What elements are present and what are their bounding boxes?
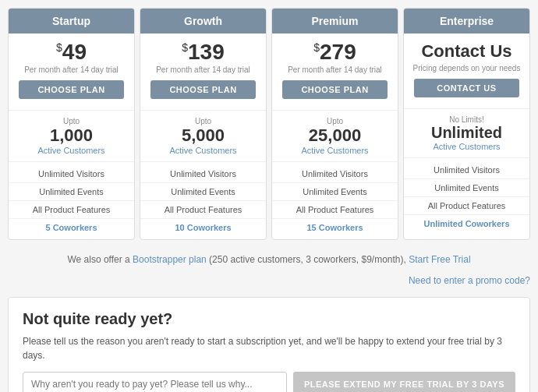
plan-coworkers-enterprise: Unlimited Coworkers: [404, 215, 529, 232]
plan-customers-startup: Upto1,000Active Customers: [9, 111, 134, 162]
extend-trial-button[interactable]: PLEASE EXTEND MY FREE TRIAL BY 3 DAYS: [293, 372, 515, 392]
plan-header-startup: Startup: [9, 9, 134, 34]
bootstrapper-text-middle: (250 active customers, 3 coworkers, $9/m…: [207, 254, 409, 265]
plan-header-premium: Premium: [272, 9, 398, 34]
plan-price-premium: $279: [277, 41, 393, 63]
start-free-trial-link[interactable]: Start Free Trial: [409, 254, 470, 265]
not-ready-form: PLEASE EXTEND MY FREE TRIAL BY 3 DAYS: [23, 372, 515, 392]
plan-customers-premium: Upto25,000Active Customers: [272, 111, 398, 162]
plan-card-startup: Startup$49Per month after 14 day trialCH…: [8, 8, 135, 240]
plan-header-enterprise: Enterprise: [404, 9, 529, 34]
plan-price-note-growth: Per month after 14 day trial: [145, 65, 261, 74]
plan-customers-type-enterprise: Active Customers: [407, 142, 526, 151]
plan-coworkers-startup: 5 Coworkers: [9, 219, 134, 236]
plan-features-premium: Unlimited VisitorsUnlimited EventsAll Pr…: [272, 162, 398, 239]
plan-price-section-growth: $139Per month after 14 day trialCHOOSE P…: [140, 34, 266, 111]
plan-no-limits-enterprise: No Limits!: [407, 115, 526, 124]
plan-feature-item: Unlimited Events: [272, 183, 398, 201]
bootstrapper-note: We also offer a Bootstrapper plan (250 a…: [8, 249, 530, 270]
plan-feature-item: All Product Features: [9, 201, 134, 219]
plan-price-growth: $139: [145, 41, 261, 63]
plan-feature-item: Unlimited Events: [404, 179, 529, 197]
plan-customers-label-startup: Upto: [12, 117, 131, 125]
plan-price-note-startup: Per month after 14 day trial: [13, 65, 129, 74]
plan-card-enterprise: EnterpriseContact UsPricing depends on y…: [403, 8, 530, 240]
plan-btn-growth[interactable]: CHOOSE PLAN: [150, 80, 255, 99]
plans-container: Startup$49Per month after 14 day trialCH…: [8, 8, 530, 240]
not-ready-section: Not quite ready yet? Please tell us the …: [8, 297, 530, 392]
plan-header-growth: Growth: [140, 9, 266, 34]
plan-customers-count-startup: 1,000: [12, 125, 131, 146]
plan-customers-count-growth: 5,000: [143, 125, 263, 146]
bootstrapper-text-before: We also offer a: [67, 254, 133, 265]
plan-price-section-enterprise: Contact UsPricing depends on your needsC…: [404, 34, 529, 109]
plan-price-startup: $49: [13, 41, 129, 63]
plan-price-note-premium: Per month after 14 day trial: [277, 65, 393, 74]
plan-feature-item: Unlimited Visitors: [140, 165, 266, 183]
plan-customers-type-growth: Active Customers: [143, 146, 263, 155]
plan-customers-label-growth: Upto: [143, 117, 263, 125]
plan-feature-item: All Product Features: [140, 201, 266, 219]
plan-features-startup: Unlimited VisitorsUnlimited EventsAll Pr…: [9, 162, 134, 239]
page-wrapper: Startup$49Per month after 14 day trialCH…: [0, 0, 538, 392]
plan-customers-growth: Upto5,000Active Customers: [140, 111, 266, 162]
plan-price-section-startup: $49Per month after 14 day trialCHOOSE PL…: [9, 34, 134, 111]
not-ready-title: Not quite ready yet?: [23, 310, 515, 328]
plan-card-premium: Premium$279Per month after 14 day trialC…: [271, 8, 398, 240]
plan-btn-enterprise[interactable]: CONTACT US: [414, 79, 519, 97]
promo-link[interactable]: Need to enter a promo code?: [409, 275, 530, 286]
plan-customers-enterprise: No Limits!UnlimitedActive Customers: [404, 109, 529, 158]
plan-feature-item: Unlimited Visitors: [9, 165, 134, 183]
plan-customers-type-startup: Active Customers: [12, 146, 131, 155]
plan-feature-item: Unlimited Events: [140, 183, 266, 201]
plan-feature-item: Unlimited Visitors: [272, 165, 398, 183]
plan-btn-startup[interactable]: CHOOSE PLAN: [19, 80, 123, 99]
bootstrapper-link[interactable]: Bootstrapper plan: [133, 254, 207, 265]
promo-link-container: Need to enter a promo code?: [8, 274, 530, 286]
plan-feature-item: All Product Features: [404, 197, 529, 215]
plan-card-growth: Growth$139Per month after 14 day trialCH…: [140, 8, 267, 240]
plan-feature-item: Unlimited Events: [9, 183, 134, 201]
plan-coworkers-premium: 15 Coworkers: [272, 219, 398, 236]
plan-feature-item: Unlimited Visitors: [404, 161, 529, 179]
plan-customers-type-premium: Active Customers: [275, 146, 395, 155]
plan-feature-item: All Product Features: [272, 201, 398, 219]
plan-features-growth: Unlimited VisitorsUnlimited EventsAll Pr…: [140, 162, 266, 239]
plan-customers-label-premium: Upto: [275, 117, 395, 125]
plan-price-section-premium: $279Per month after 14 day trialCHOOSE P…: [272, 34, 398, 111]
plan-features-enterprise: Unlimited VisitorsUnlimited EventsAll Pr…: [404, 158, 529, 235]
plan-contact-enterprise: Contact Us: [409, 41, 525, 62]
not-ready-description: Please tell us the reason you aren't rea…: [23, 334, 515, 362]
plan-customers-count-premium: 25,000: [275, 125, 395, 146]
plan-customers-count-enterprise: Unlimited: [407, 124, 526, 142]
plan-coworkers-growth: 10 Coworkers: [140, 219, 266, 236]
not-ready-input[interactable]: [23, 372, 287, 392]
plan-btn-premium[interactable]: CHOOSE PLAN: [282, 80, 387, 99]
plan-price-note-enterprise: Pricing depends on your needs: [409, 64, 525, 72]
